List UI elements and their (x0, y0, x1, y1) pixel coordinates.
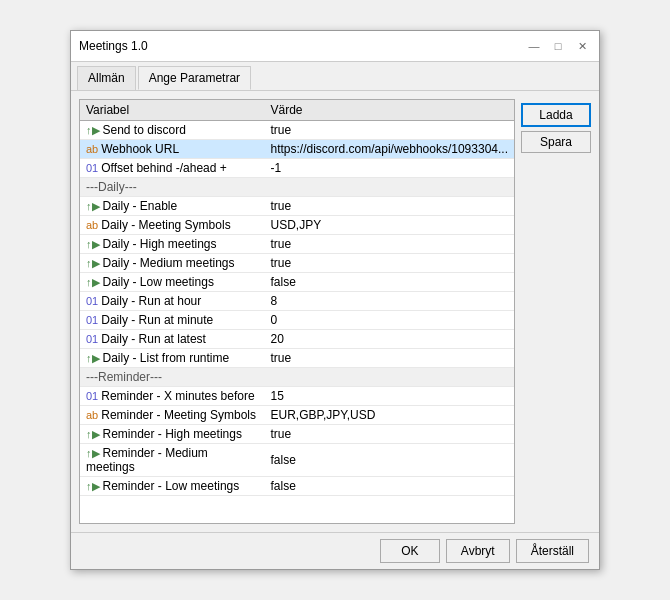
01-icon: 01 (86, 162, 98, 174)
variable-text: Reminder - Medium meetings (86, 446, 208, 474)
tf-icon: ↑▶ (86, 428, 100, 440)
tab-ange-parametrar[interactable]: Ange Parametrar (138, 66, 251, 90)
variable-cell: ↑▶Reminder - Low meetings (80, 477, 265, 496)
table-row[interactable]: ↑▶Reminder - High meetingstrue (80, 425, 514, 444)
variable-cell: ↑▶Daily - Low meetings (80, 273, 265, 292)
variable-cell: ↑▶Daily - High meetings (80, 235, 265, 254)
variable-cell: abDaily - Meeting Symbols (80, 216, 265, 235)
variable-text: Reminder - High meetings (103, 427, 242, 441)
value-cell: false (265, 477, 514, 496)
table-row[interactable]: abReminder - Meeting SymbolsEUR,GBP,JPY,… (80, 406, 514, 425)
table-row[interactable]: 01Daily - Run at hour8 (80, 292, 514, 311)
variable-text: Daily - Meeting Symbols (101, 218, 230, 232)
variable-cell: ↑▶Reminder - Medium meetings (80, 444, 265, 477)
value-cell: false (265, 444, 514, 477)
tf-icon: ↑▶ (86, 257, 100, 269)
table-row[interactable]: abWebhook URLhttps://discord.com/api/web… (80, 140, 514, 159)
01-icon: 01 (86, 314, 98, 326)
ladda-button[interactable]: Ladda (521, 103, 591, 127)
variable-cell: 01Daily - Run at latest (80, 330, 265, 349)
spara-button[interactable]: Spara (521, 131, 591, 153)
table-row[interactable]: 01Offset behind -/ahead +-1 (80, 159, 514, 178)
variable-text: Reminder - Meeting Symbols (101, 408, 256, 422)
section-header-cell: ---Daily--- (80, 178, 514, 197)
table-row[interactable]: 01Daily - Run at latest20 (80, 330, 514, 349)
value-cell: true (265, 121, 514, 140)
ab-icon: ab (86, 409, 98, 421)
value-cell: true (265, 425, 514, 444)
tf-icon: ↑▶ (86, 200, 100, 212)
table-row[interactable]: ↑▶Daily - Low meetingsfalse (80, 273, 514, 292)
variable-cell: 01Reminder - X minutes before (80, 387, 265, 406)
variable-text: Reminder - Low meetings (103, 479, 240, 493)
table-row[interactable]: abDaily - Meeting SymbolsUSD,JPY (80, 216, 514, 235)
avbryt-button[interactable]: Avbryt (446, 539, 510, 563)
value-cell: 8 (265, 292, 514, 311)
table-row[interactable]: ---Daily--- (80, 178, 514, 197)
side-buttons: Ladda Spara (521, 99, 591, 524)
table-row[interactable]: ↑▶Reminder - Low meetingsfalse (80, 477, 514, 496)
bottom-bar: OK Avbryt Återställ (71, 532, 599, 569)
table-row[interactable]: 01Reminder - X minutes before15 (80, 387, 514, 406)
tf-icon: ↑▶ (86, 352, 100, 364)
variable-text: Daily - Run at hour (101, 294, 201, 308)
variable-cell: 01Daily - Run at minute (80, 311, 265, 330)
value-cell: true (265, 349, 514, 368)
section-header-cell: ---Reminder--- (80, 368, 514, 387)
table-row[interactable]: ↑▶Daily - Medium meetingstrue (80, 254, 514, 273)
window-title: Meetings 1.0 (79, 39, 148, 53)
variable-text: Daily - Low meetings (103, 275, 214, 289)
variable-text: Webhook URL (101, 142, 179, 156)
variable-text: Daily - List from runtime (103, 351, 230, 365)
minimize-button[interactable]: — (525, 37, 543, 55)
value-cell: USD,JPY (265, 216, 514, 235)
01-icon: 01 (86, 295, 98, 307)
ab-icon: ab (86, 143, 98, 155)
value-cell: https://discord.com/api/webhooks/1093304… (265, 140, 514, 159)
table-row[interactable]: ↑▶Daily - High meetingstrue (80, 235, 514, 254)
tf-icon: ↑▶ (86, 447, 100, 459)
ok-button[interactable]: OK (380, 539, 440, 563)
variable-cell: ↑▶Daily - Medium meetings (80, 254, 265, 273)
variable-text: Daily - Enable (103, 199, 178, 213)
value-cell: 0 (265, 311, 514, 330)
value-cell: -1 (265, 159, 514, 178)
variable-cell: abReminder - Meeting Symbols (80, 406, 265, 425)
01-icon: 01 (86, 390, 98, 402)
variable-cell: 01Offset behind -/ahead + (80, 159, 265, 178)
col-header-value: Värde (265, 100, 514, 121)
variable-text: Reminder - X minutes before (101, 389, 254, 403)
variable-text: Daily - Medium meetings (103, 256, 235, 270)
table-row[interactable]: ↑▶Reminder - Medium meetingsfalse (80, 444, 514, 477)
variable-text: Offset behind -/ahead + (101, 161, 227, 175)
col-header-variable: Variabel (80, 100, 265, 121)
tf-icon: ↑▶ (86, 276, 100, 288)
variable-cell: abWebhook URL (80, 140, 265, 159)
value-cell: 20 (265, 330, 514, 349)
close-button[interactable]: ✕ (573, 37, 591, 55)
parameter-table: Variabel Värde ↑▶Send to discordtrueabWe… (80, 100, 514, 496)
tf-icon: ↑▶ (86, 124, 100, 136)
table-row[interactable]: 01Daily - Run at minute0 (80, 311, 514, 330)
window-controls: — □ ✕ (525, 37, 591, 55)
ab-icon: ab (86, 219, 98, 231)
variable-cell: ↑▶Reminder - High meetings (80, 425, 265, 444)
table-row[interactable]: ---Reminder--- (80, 368, 514, 387)
table-row[interactable]: ↑▶Send to discordtrue (80, 121, 514, 140)
value-cell: 15 (265, 387, 514, 406)
value-cell: EUR,GBP,JPY,USD (265, 406, 514, 425)
variable-text: Daily - High meetings (103, 237, 217, 251)
content-area: Variabel Värde ↑▶Send to discordtrueabWe… (71, 91, 599, 532)
tab-bar: Allmän Ange Parametrar (71, 62, 599, 91)
aterstall-button[interactable]: Återställ (516, 539, 589, 563)
01-icon: 01 (86, 333, 98, 345)
main-window: Meetings 1.0 — □ ✕ Allmän Ange Parametra… (70, 30, 600, 570)
variable-text: Daily - Run at latest (101, 332, 206, 346)
value-cell: false (265, 273, 514, 292)
tab-allman[interactable]: Allmän (77, 66, 136, 90)
variable-cell: ↑▶Daily - Enable (80, 197, 265, 216)
value-cell: true (265, 197, 514, 216)
table-row[interactable]: ↑▶Daily - Enabletrue (80, 197, 514, 216)
maximize-button[interactable]: □ (549, 37, 567, 55)
table-row[interactable]: ↑▶Daily - List from runtimetrue (80, 349, 514, 368)
